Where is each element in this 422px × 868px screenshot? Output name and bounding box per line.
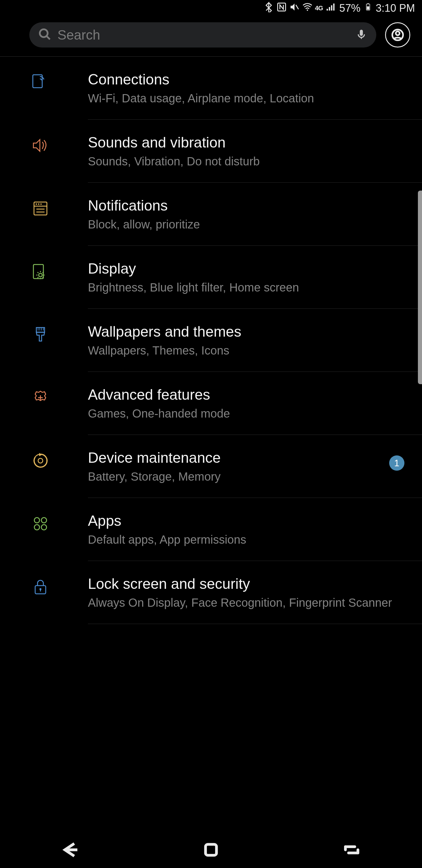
svg-rect-8 xyxy=(360,30,363,36)
status-bar: 4G 57% 3:10 PM xyxy=(0,0,422,17)
settings-item-text: ConnectionsWi-Fi, Data usage, Airplane m… xyxy=(88,71,422,105)
recents-button[interactable] xyxy=(342,840,361,860)
scroll-thumb[interactable] xyxy=(418,191,422,384)
display-icon xyxy=(0,260,88,282)
status-icons: 4G xyxy=(263,2,336,15)
settings-item-text: Sounds and vibrationSounds, Vibration, D… xyxy=(88,134,422,168)
settings-item-advanced-features[interactable]: Advanced featuresGames, One-handed mode xyxy=(0,372,422,435)
navigation-bar xyxy=(0,833,422,868)
settings-item-subtitle: Games, One-handed mode xyxy=(88,406,404,421)
nfc-icon xyxy=(277,2,287,15)
settings-item-subtitle: Default apps, App permissions xyxy=(88,532,404,547)
search-input[interactable]: Search xyxy=(29,22,376,48)
settings-item-display[interactable]: DisplayBrightness, Blue light filter, Ho… xyxy=(0,246,422,309)
svg-point-10 xyxy=(396,31,400,35)
home-button[interactable] xyxy=(202,840,220,860)
svg-rect-11 xyxy=(205,844,216,855)
mic-icon[interactable] xyxy=(355,28,367,42)
settings-item-subtitle: Brightness, Blue light filter, Home scre… xyxy=(88,280,404,294)
wifi-icon xyxy=(302,2,313,15)
settings-item-text: Lock screen and securityAlways On Displa… xyxy=(88,575,422,610)
settings-item-text: NotificationsBlock, allow, prioritize xyxy=(88,197,422,231)
svg-line-7 xyxy=(46,36,50,39)
settings-item-text: Wallpapers and themesWallpapers, Themes,… xyxy=(88,323,422,358)
settings-item-device-maintenance[interactable]: Device maintenanceBattery, Storage, Memo… xyxy=(0,435,422,498)
settings-item-notifications[interactable]: NotificationsBlock, allow, prioritize xyxy=(0,183,422,245)
settings-item-text: Device maintenanceBattery, Storage, Memo… xyxy=(88,449,422,484)
status-time: 3:10 PM xyxy=(376,2,415,14)
notification-badge: 1 xyxy=(389,456,404,471)
settings-item-lock-security[interactable]: Lock screen and securityAlways On Displa… xyxy=(0,561,422,624)
settings-item-text: AppsDefault apps, App permissions xyxy=(88,512,422,547)
sound-icon xyxy=(0,134,88,156)
connections-icon xyxy=(0,71,88,93)
settings-item-title: Lock screen and security xyxy=(88,575,404,593)
settings-list[interactable]: ConnectionsWi-Fi, Data usage, Airplane m… xyxy=(0,57,422,624)
cycle-icon xyxy=(0,449,88,471)
settings-item-text: DisplayBrightness, Blue light filter, Ho… xyxy=(88,260,422,294)
settings-item-connections[interactable]: ConnectionsWi-Fi, Data usage, Airplane m… xyxy=(0,57,422,119)
bluetooth-icon xyxy=(263,2,274,15)
svg-point-2 xyxy=(306,9,308,11)
settings-item-subtitle: Block, allow, prioritize xyxy=(88,217,404,231)
apps-icon xyxy=(0,512,88,534)
svg-rect-5 xyxy=(367,6,369,10)
notifications-icon xyxy=(0,197,88,219)
svg-line-1 xyxy=(296,5,298,9)
search-placeholder: Search xyxy=(58,27,349,43)
settings-item-title: Display xyxy=(88,260,404,277)
search-icon xyxy=(38,28,52,42)
network-4g-icon: 4G xyxy=(315,4,323,12)
settings-item-wallpapers-themes[interactable]: Wallpapers and themesWallpapers, Themes,… xyxy=(0,309,422,372)
settings-item-subtitle: Sounds, Vibration, Do not disturb xyxy=(88,154,404,168)
settings-item-title: Notifications xyxy=(88,197,404,214)
settings-item-title: Device maintenance xyxy=(88,449,404,467)
search-row: Search xyxy=(0,17,422,56)
settings-item-title: Connections xyxy=(88,71,404,88)
battery-percentage: 57% xyxy=(339,2,360,14)
signal-icon xyxy=(325,2,336,15)
settings-item-apps[interactable]: AppsDefault apps, App permissions xyxy=(0,498,422,561)
list-divider xyxy=(88,624,422,624)
settings-item-subtitle: Wi-Fi, Data usage, Airplane mode, Locati… xyxy=(88,91,404,105)
settings-item-subtitle: Battery, Storage, Memory xyxy=(88,469,404,484)
lock-icon xyxy=(0,575,88,597)
brush-icon xyxy=(0,323,88,345)
settings-item-subtitle: Always On Display, Face Recognition, Fin… xyxy=(88,596,404,610)
settings-item-title: Sounds and vibration xyxy=(88,134,404,151)
svg-point-6 xyxy=(40,29,48,37)
settings-item-title: Advanced features xyxy=(88,386,404,403)
settings-item-text: Advanced featuresGames, One-handed mode xyxy=(88,386,422,421)
svg-rect-4 xyxy=(367,3,369,4)
settings-item-title: Apps xyxy=(88,512,404,530)
mute-icon xyxy=(289,2,300,15)
settings-item-sounds-vibration[interactable]: Sounds and vibrationSounds, Vibration, D… xyxy=(0,120,422,182)
settings-item-subtitle: Wallpapers, Themes, Icons xyxy=(88,343,404,358)
settings-item-title: Wallpapers and themes xyxy=(88,323,404,340)
gear-plus-icon xyxy=(0,386,88,408)
profile-button[interactable] xyxy=(385,22,410,48)
back-button[interactable] xyxy=(61,840,80,860)
battery-icon xyxy=(364,2,372,15)
